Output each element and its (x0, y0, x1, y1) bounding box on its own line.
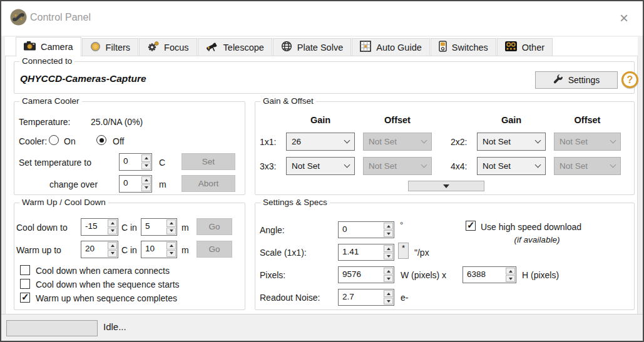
spin-down-button[interactable] (166, 228, 176, 235)
cooler-off-radio[interactable] (96, 135, 106, 145)
spin-down-button[interactable] (141, 163, 151, 170)
gain-4x4-combo[interactable]: Not Set (477, 157, 546, 175)
warm-up-go-button[interactable]: Go (197, 241, 232, 258)
tab-label: Auto Guide (376, 43, 422, 53)
spin-down-button[interactable] (108, 228, 117, 235)
angle-value[interactable]: 0 (339, 222, 383, 238)
spin-up-button[interactable] (108, 242, 117, 249)
cool-down-m-label: m (181, 223, 189, 233)
wrench-icon (553, 74, 563, 86)
spin-up-button[interactable] (384, 223, 393, 229)
offset-3x3-combo[interactable]: Not Set (363, 157, 432, 175)
warm-up-m-label: m (181, 245, 189, 255)
spin-down-button[interactable] (506, 275, 515, 282)
spin-down-button[interactable] (384, 298, 393, 304)
high-speed-download-checkbox[interactable] (466, 221, 476, 231)
set-temperature-value[interactable]: 0 (120, 154, 141, 170)
abort-button[interactable]: Abort (181, 175, 235, 192)
scale-spinner[interactable]: 1.41 (338, 244, 394, 261)
cool-down-on-connect-checkbox[interactable] (20, 265, 30, 275)
down-arrow-icon (387, 233, 391, 235)
tab-filters[interactable]: Filters (82, 38, 138, 56)
spin-up-button[interactable] (141, 154, 151, 162)
close-icon[interactable]: × (613, 9, 635, 28)
change-over-spinner[interactable]: 0 (119, 175, 152, 193)
status-bar: Idle... (1, 314, 643, 341)
readout-noise-spinner[interactable]: 2.7 (338, 289, 394, 306)
spin-up-button[interactable] (384, 245, 393, 252)
spin-down-button[interactable] (384, 230, 393, 237)
cool-down-time-value[interactable]: 5 (141, 219, 166, 235)
tab-focus[interactable]: Focus (139, 38, 197, 56)
spin-up-button[interactable] (166, 219, 176, 227)
spin-down-button[interactable] (166, 250, 176, 258)
down-arrow-icon (170, 229, 173, 232)
offset-2x2-combo[interactable]: Not Set (554, 133, 621, 151)
tab-auto-guide[interactable]: Auto Guide (352, 38, 430, 56)
high-speed-download-label: Use high speed download (481, 222, 581, 232)
tab-label: Focus (164, 43, 189, 53)
offset-1x1-combo[interactable]: Not Set (363, 133, 432, 151)
pixels-height-value[interactable]: 6388 (463, 267, 505, 283)
focus-gear-icon (147, 41, 159, 54)
tab-label: Filters (106, 43, 130, 53)
set-temperature-spinner[interactable]: 0 (119, 153, 152, 171)
tab-plate-solve[interactable]: Plate Solve (273, 38, 351, 56)
angle-spinner[interactable]: 0 (338, 221, 394, 238)
switches-icon (439, 41, 447, 54)
spin-up-button[interactable] (384, 290, 393, 297)
warm-up-temp-spinner[interactable]: 20 (81, 241, 118, 258)
spin-down-button[interactable] (384, 275, 393, 282)
up-arrow-icon (170, 244, 173, 247)
spinner-buttons (141, 176, 151, 192)
spin-up-button[interactable] (384, 268, 393, 274)
tab-other[interactable]: Other (497, 38, 553, 56)
gain-3x3-combo[interactable]: Not Set (286, 157, 355, 175)
tab-camera[interactable]: Camera (16, 37, 81, 56)
scale-star-button[interactable]: * (398, 243, 409, 259)
app-logo-icon (10, 9, 27, 28)
spin-down-button[interactable] (384, 253, 393, 259)
pixels-height-spinner[interactable]: 6388 (463, 266, 516, 283)
pixels-width-spinner[interactable]: 9576 (338, 266, 394, 283)
spin-up-button[interactable] (166, 242, 176, 249)
warm-up-on-sequence-complete-checkbox[interactable] (20, 293, 30, 303)
expand-gain-options-button[interactable] (408, 181, 484, 191)
title-bar: Control Panel × (1, 1, 643, 36)
warm-up-time-spinner[interactable]: 10 (141, 241, 177, 258)
pixels-width-value[interactable]: 9576 (339, 267, 383, 283)
cool-down-cin-label: C in (121, 223, 137, 233)
combo-value: Not Set (560, 137, 588, 146)
spin-down-button[interactable] (141, 184, 151, 192)
spin-up-button[interactable] (108, 219, 117, 227)
gain-2x2-combo[interactable]: Not Set (477, 133, 546, 151)
cool-down-temp-spinner[interactable]: -15 (81, 218, 118, 236)
cool-down-temp-value[interactable]: -15 (81, 219, 107, 235)
tab-telescope[interactable]: Telescope (198, 38, 272, 56)
gain-1x1-combo[interactable]: 26 (286, 133, 355, 151)
help-icon[interactable]: ? (621, 71, 638, 88)
pixels-width-unit: W (pixels) x (401, 270, 446, 280)
warm-up-temp-value[interactable]: 20 (81, 241, 107, 258)
status-text: Idle... (103, 321, 126, 332)
spin-up-button[interactable] (506, 268, 515, 274)
scale-value[interactable]: 1.41 (339, 244, 383, 260)
cool-down-go-button[interactable]: Go (197, 218, 232, 235)
window-title: Control Panel (30, 12, 91, 23)
spin-up-button[interactable] (141, 176, 151, 184)
cool-down-on-sequence-start-checkbox[interactable] (20, 279, 30, 289)
tab-switches[interactable]: Switches (431, 38, 496, 56)
chevron-down-icon (421, 138, 427, 144)
set-button[interactable]: Set (181, 153, 235, 170)
spin-down-button[interactable] (108, 250, 117, 258)
cooler-on-radio[interactable] (49, 135, 59, 145)
settings-button[interactable]: Settings (535, 71, 618, 89)
offset-4x4-combo[interactable]: Not Set (554, 157, 621, 175)
chevron-down-icon (610, 138, 616, 144)
readout-noise-value[interactable]: 2.7 (339, 289, 383, 305)
warm-up-time-value[interactable]: 10 (141, 241, 166, 258)
cooler-on-label: On (64, 136, 76, 146)
cool-down-time-spinner[interactable]: 5 (141, 218, 177, 236)
change-over-value[interactable]: 0 (120, 176, 141, 192)
cooler-off-label: Off (113, 136, 124, 146)
